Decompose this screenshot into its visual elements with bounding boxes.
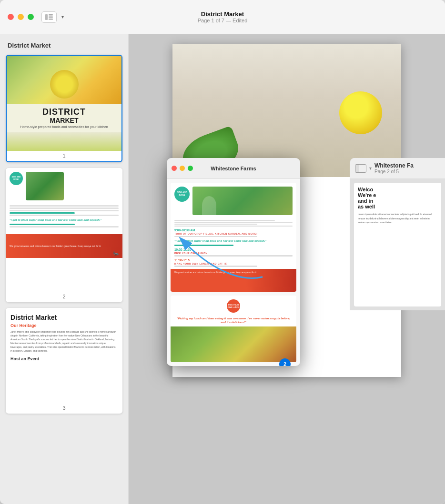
popup-close-button[interactable] [172, 166, 177, 171]
thumb1-fruits-bg [7, 56, 121, 104]
thumb2-red-band: We grow tomatoes and onions beans in our… [6, 234, 122, 258]
popup-farm-image [192, 187, 293, 215]
popup-line-3 [174, 224, 257, 225]
thumb3-title: District Market [10, 314, 118, 321]
minimize-button[interactable] [18, 14, 24, 20]
thumb1-image: DISTRICT MARKET Home-style prepared food… [7, 56, 121, 151]
window-subtitle: Page 1 of 7 — Edited [198, 18, 248, 23]
thumb3-subtitle: Our Heritage [10, 323, 118, 328]
thumb1-text: DISTRICT MARKET Home-style prepared food… [7, 104, 121, 133]
popup-title: Whitestone Farms [211, 166, 256, 171]
popup-pick-text: PICK YOUROWN LUNCH [228, 304, 240, 308]
svg-rect-0 [45, 14, 48, 20]
page-thumb-3[interactable]: District Market Our Heritage Janet Mille… [6, 308, 122, 414]
popup-veggie-image [171, 326, 296, 362]
popup-line-4 [174, 226, 293, 227]
svg-rect-3 [49, 19, 53, 20]
thumb2-ants-icon: 🐜 [113, 251, 119, 256]
bg-lemon [339, 91, 382, 134]
thumb2-time-2 [10, 224, 75, 225]
popup-red-band: We grow tomatoes and onions beans in our… [171, 269, 296, 292]
popup-pick-circle: PICK YOUROWN LUNCH [227, 299, 240, 313]
thumb3-body: Janet Miller's little sandwich shop more… [10, 330, 118, 353]
popup-window: Whitestone Farms SIDE AND DONE [167, 158, 300, 366]
popup-page-header: SIDE AND DONE [171, 183, 296, 219]
thumb2-image: SIDE AND DONE "I got to plant sugar snap… [6, 168, 122, 292]
right-subtitle: Page 2 of 5 [374, 169, 414, 174]
popup-line-2 [174, 222, 293, 223]
right-sidebar-icon [355, 164, 366, 173]
svg-rect-1 [49, 14, 53, 16]
page-number-2: 2 [6, 292, 122, 302]
right-page-title: WelcoWe're eand inas well [358, 187, 437, 209]
popup-circle: SIDE AND DONE [174, 187, 190, 202]
page-thumb-1[interactable]: DISTRICT MARKET Home-style prepared food… [6, 55, 122, 162]
popup-time-1: 9:00-10:30 AM [174, 228, 293, 232]
thumb1-tagline-text: Home-style prepared foods and necessitie… [7, 125, 121, 128]
popup-event-1: TOUR OF OUR CROP FIELDS, KITCHEN GARDEN,… [174, 232, 293, 235]
thumb2-red-text: We grow tomatoes and onions beans in our… [10, 245, 101, 248]
popup-line-1 [174, 220, 275, 221]
right-page-inner: WelcoWe're eand inas well Lorem ipsum do… [354, 183, 441, 228]
popup-page: SIDE AND DONE 9:00-10:30 AM TOUR OF OUR … [171, 183, 296, 292]
window-title: District Market [198, 10, 248, 18]
popup-fullscreen-button[interactable] [188, 166, 193, 171]
traffic-lights [8, 14, 34, 20]
popup-event-3: MAKE YOUR OWN LUNCH (AND EAT IT) [174, 262, 293, 265]
thumb2-event-2 [10, 226, 119, 227]
main-window: ▾ District Market Page 1 of 7 — Edited D… [0, 0, 445, 504]
popup-quote-section: "I got to plant sugar snap peas and harv… [174, 239, 293, 243]
thumb1-bottom [7, 132, 121, 151]
popup-traffic-lights [172, 166, 193, 171]
page-thumb-2[interactable]: SIDE AND DONE "I got to plant sugar snap… [6, 168, 122, 302]
sidebar-toggle[interactable] [41, 11, 57, 23]
right-page-body: Lorem ipsum dolor sit amet consectetur a… [358, 212, 437, 225]
fullscreen-button[interactable] [28, 14, 34, 20]
popup-green-line [174, 245, 233, 246]
popup-lunch-line [174, 255, 293, 257]
window-title-group: District Market Page 1 of 7 — Edited [198, 10, 248, 23]
thumb2-time-1 [10, 212, 75, 214]
thumb2-event-1 [10, 215, 119, 216]
popup-quote: "I got to plant sugar snap peas and harv… [174, 239, 293, 243]
popup-pick-section: PICK YOUROWN LUNCH "Picking my lunch and… [171, 296, 296, 362]
close-button[interactable] [8, 14, 14, 20]
thumb2-body: "I got to plant sugar snap peas and harv… [6, 205, 122, 232]
popup-content: SIDE AND DONE 9:00-10:30 AM TOUR OF OUR … [167, 179, 300, 366]
popup-time-2: 10:30-11:30 [174, 248, 293, 251]
popup-circle-text: SIDE AND DONE [174, 191, 190, 197]
thumb2-farm-image [26, 172, 64, 200]
right-title-group: Whitestone Fa Page 2 of 5 [374, 162, 414, 174]
popup-event-line [174, 236, 257, 237]
thumb2-header: SIDE AND DONE [6, 168, 122, 204]
thumb2-line-3 [10, 210, 119, 211]
thumb2-quote: "I got to plant sugar snap peas and harv… [10, 218, 119, 222]
thumb2-circle: SIDE AND DONE [10, 172, 23, 185]
content-area: District Market DISTRICT MARKET Home-sty… [0, 34, 445, 504]
popup-time-3: 11:30-1:15 [174, 258, 293, 262]
right-partial-window: ▾ Whitestone Fa Page 2 of 5 WelcoWe're e… [350, 158, 445, 310]
thumb3-image: District Market Our Heritage Janet Mille… [6, 308, 122, 403]
popup-minimize-button[interactable] [180, 166, 185, 171]
sidebar: District Market DISTRICT MARKET Home-sty… [0, 34, 129, 504]
title-bar: ▾ District Market Page 1 of 7 — Edited [0, 0, 445, 34]
page-number-3: 3 [6, 403, 122, 414]
thumb3-event: Host an Event [10, 356, 118, 361]
right-titlebar: ▾ Whitestone Fa Page 2 of 5 [350, 158, 445, 179]
popup-event-2: PICK YOUR OWN LUNCH [174, 252, 293, 255]
thumb1-market-text: MARKET [7, 117, 121, 124]
right-title: Whitestone Fa [374, 162, 414, 169]
bg-page-top [172, 44, 401, 177]
sidebar-title: District Market [6, 42, 122, 49]
right-page-preview: WelcoWe're eand inas well Lorem ipsum do… [354, 183, 441, 306]
main-page-area: ▾ Whitestone Fa Page 2 of 5 WelcoWe're e… [129, 34, 445, 504]
thumb2-line-1 [10, 205, 119, 207]
chevron-down-icon[interactable]: ▾ [61, 14, 64, 20]
popup-pick-quote: "Picking my lunch and then eating it was… [171, 315, 296, 326]
right-content: WelcoWe're eand inas well Lorem ipsum do… [350, 179, 445, 310]
popup-titlebar: Whitestone Farms [167, 158, 300, 179]
popup-body: 9:00-10:30 AM TOUR OF OUR CROP FIELDS, K… [171, 220, 296, 267]
page-number-1: 1 [7, 151, 121, 161]
thumb2-line-2 [10, 208, 119, 209]
svg-rect-2 [49, 16, 53, 18]
